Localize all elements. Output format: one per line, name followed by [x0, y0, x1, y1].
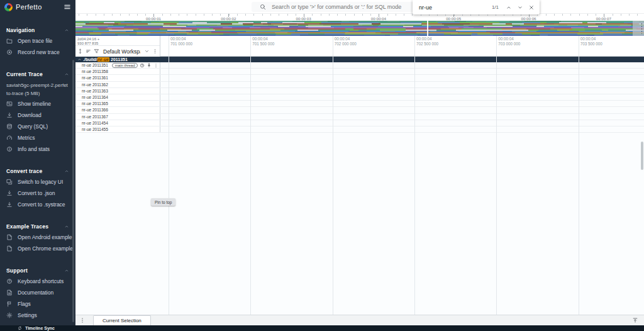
sidebar-section-title[interactable]: Convert trace: [0, 166, 75, 176]
thread-track-label[interactable]: nr-ue 2011351 main thread: [75, 62, 160, 68]
thread-track-content[interactable]: [160, 75, 644, 81]
sidebar-item[interactable]: Convert to .json: [0, 188, 75, 199]
thread-track-row[interactable]: nr-ue 2011351 main thread: [75, 62, 644, 69]
section-title-text: Support: [6, 267, 28, 274]
topbar: [75, 0, 644, 14]
time-gridline: [579, 36, 579, 56]
section-title-text: Current Trace: [6, 71, 43, 77]
sidebar-item[interactable]: Open Android example: [0, 232, 75, 243]
thread-track-label[interactable]: nr-ue 2011362: [75, 82, 160, 87]
thread-track-row[interactable]: nr-ue 2011365: [75, 101, 644, 107]
thread-track-content[interactable]: [160, 114, 644, 120]
thread-track-label[interactable]: nr-ue 2011361: [75, 75, 160, 81]
chevron-down-icon[interactable]: [144, 48, 150, 54]
thread-track-label[interactable]: nr-ue 2011455: [75, 126, 160, 132]
sidebar-section-title[interactable]: Current Trace: [0, 69, 75, 79]
thread-track-content[interactable]: [160, 94, 644, 100]
sidebar-item[interactable]: Download: [0, 109, 75, 121]
sidebar-section-title[interactable]: Example Traces: [0, 222, 75, 232]
sidebar-item[interactable]: Metrics: [0, 132, 75, 143]
download-icon: [6, 112, 13, 118]
sidebar-section-title[interactable]: Navigation: [0, 25, 75, 35]
collapse-tracks-icon[interactable]: [77, 48, 83, 54]
selected-track-group-header[interactable]: ./build/nr-ue 2011351: [75, 57, 644, 62]
find-prev-button[interactable]: [503, 2, 514, 13]
sidebar-item[interactable]: Switch to legacy UI: [0, 176, 75, 188]
thread-track-label[interactable]: nr-ue 2011365: [75, 101, 160, 106]
find-input[interactable]: [419, 4, 492, 11]
search-icon: [260, 4, 266, 10]
expand-panel-icon[interactable]: [632, 317, 638, 323]
thread-name: nr-ue 2011455: [82, 127, 108, 132]
find-next-button[interactable]: [514, 2, 526, 13]
ruler-tick-label: 00:00:04: [371, 16, 386, 21]
timeline-minimap[interactable]: [75, 21, 644, 36]
minimap-ruler[interactable]: 00:00:0100:00:0200:00:0300:00:0400:00:05…: [75, 14, 644, 21]
sort-tracks-icon[interactable]: [86, 48, 91, 54]
track-menu-icon[interactable]: [153, 63, 158, 68]
thread-track-content[interactable]: [160, 126, 644, 132]
thread-track-content[interactable]: [160, 88, 644, 94]
sidebar-section: Current Trace saviah5gc-preempt-2.perfet…: [0, 69, 75, 155]
thread-track-row[interactable]: nr-ue 2011364: [75, 94, 644, 101]
folder-open-icon: [6, 38, 13, 44]
chevron-up-icon: [506, 4, 512, 11]
sidebar-section-title[interactable]: Support: [0, 266, 75, 276]
current-selection-tab[interactable]: Current Selection: [93, 315, 151, 325]
panel-menu-icon[interactable]: [79, 317, 86, 323]
bottom-tab-bar: Current Selection: [75, 315, 644, 325]
pin-icon[interactable]: [147, 63, 152, 68]
minimap-stripes: [75, 21, 644, 36]
sidebar-item[interactable]: Show timeline: [0, 98, 75, 109]
thread-track-label[interactable]: nr-ue 2011366: [75, 107, 160, 113]
sidebar-items: Show timeline Download Query (SQL) Metri…: [0, 98, 75, 155]
thread-track-label[interactable]: nr-ue 2011363: [75, 88, 160, 94]
workspace-selector[interactable]: Default Workspace: [103, 48, 140, 55]
sidebar-item[interactable]: Flags: [0, 298, 75, 310]
sidebar-item-label: Open trace file: [18, 38, 52, 44]
sidebar-item-label: Query (SQL): [18, 123, 48, 130]
thread-track-content[interactable]: [160, 69, 644, 74]
sidebar-item[interactable]: Keyboard shortcuts: [0, 276, 75, 287]
filter-tracks-icon[interactable]: [94, 48, 99, 54]
thread-track-row[interactable]: nr-ue 2011361: [75, 75, 644, 81]
sidebar-item[interactable]: Settings: [0, 310, 75, 321]
workspace-row: Default Workspace: [75, 45, 160, 57]
thread-track-label[interactable]: nr-ue 2011358: [75, 69, 160, 74]
thread-track-row[interactable]: nr-ue 2011358: [75, 69, 644, 75]
find-close-button[interactable]: [526, 2, 537, 13]
thread-track-content[interactable]: [160, 82, 644, 87]
help-circle-icon[interactable]: [140, 63, 145, 68]
sidebar-item[interactable]: Convert to .systrace: [0, 199, 75, 210]
timeline-sync-bar[interactable]: Timeline Sync: [0, 325, 644, 331]
sidebar-item[interactable]: Record new trace: [0, 47, 75, 58]
collapse-group-icon[interactable]: [77, 57, 82, 62]
thread-track-label[interactable]: nr-ue 2011454: [75, 120, 160, 126]
thread-track-content[interactable]: [160, 107, 644, 113]
vertical-scrollbar-thumb[interactable]: [641, 142, 643, 170]
thread-track-row[interactable]: nr-ue 2011366: [75, 107, 644, 113]
sidebar-item[interactable]: Documentation: [0, 287, 75, 298]
thread-track-row[interactable]: nr-ue 2011455: [75, 126, 644, 133]
time-gridline-label: 00:00:04702 500 000: [416, 36, 438, 46]
thread-track-row[interactable]: nr-ue 2011363: [75, 88, 644, 94]
thread-track-row[interactable]: nr-ue 2011367: [75, 114, 644, 120]
workspace-menu-icon[interactable]: [152, 48, 158, 54]
thread-track-label[interactable]: nr-ue 2011364: [75, 94, 160, 100]
thread-track-row[interactable]: nr-ue 2011454: [75, 120, 644, 126]
thread-track-content[interactable]: [160, 62, 644, 68]
sidebar-item[interactable]: Open trace file: [0, 35, 75, 47]
minimap-drag-handle[interactable]: [641, 23, 643, 34]
sidebar-item[interactable]: Open Chrome example: [0, 243, 75, 254]
find-widget: 1/1: [413, 0, 540, 14]
sidebar-item-label: Show timeline: [18, 101, 51, 107]
thread-track-row[interactable]: nr-ue 2011362: [75, 82, 644, 88]
sidebar-item[interactable]: Query (SQL): [0, 121, 75, 132]
time-gridline: [333, 36, 333, 56]
thread-name: nr-ue 2011365: [82, 101, 108, 106]
thread-track-label[interactable]: nr-ue 2011367: [75, 114, 160, 120]
sidebar-item[interactable]: Info and stats: [0, 143, 75, 155]
thread-track-content[interactable]: [160, 120, 644, 126]
thread-track-content[interactable]: [160, 101, 644, 106]
menu-icon[interactable]: [64, 3, 71, 11]
